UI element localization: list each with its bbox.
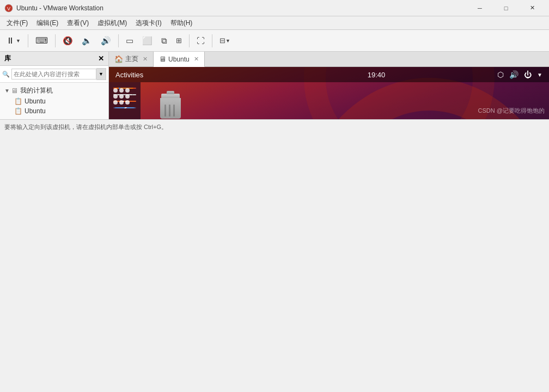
settings-arrow-icon[interactable]: ▼: [537, 72, 542, 78]
tab-ubuntu-label: Ubuntu: [168, 56, 190, 63]
tab-home-close[interactable]: ✕: [143, 56, 148, 63]
tab-ubuntu-close[interactable]: ✕: [194, 56, 199, 63]
vm-icon-1: 📋: [14, 97, 22, 105]
apps-dot: [125, 88, 130, 93]
view-auto-button[interactable]: ⊞: [172, 32, 186, 50]
tree-item-ubuntu-2[interactable]: 📋 Ubuntu: [11, 106, 106, 116]
ubuntu-dock: A ?: [109, 82, 141, 119]
trash-line-3: [173, 105, 175, 117]
vm-tree: ▼ 🖥 我的计算机 📋 Ubuntu 📋 Ubuntu: [0, 83, 108, 119]
apps-dot: [125, 94, 130, 99]
ubuntu-tab-icon: 🖥: [159, 55, 166, 63]
tab-home-label: 主页: [125, 54, 138, 64]
sound-icon[interactable]: 🔊: [509, 70, 518, 79]
trash-lid: [161, 94, 180, 98]
home-icon: 🏠: [114, 55, 123, 63]
menu-tabs[interactable]: 选项卡(I): [131, 17, 166, 29]
ubuntu-topbar: Activities 19:40 ⬡ 🔊 ⏻ ▼: [109, 67, 549, 82]
menu-view[interactable]: 查看(V): [63, 17, 93, 29]
tab-ubuntu[interactable]: 🖥 Ubuntu ✕: [154, 52, 205, 67]
apps-dot: [119, 94, 124, 99]
pause-icon: ⏸: [6, 36, 15, 46]
close-button[interactable]: ✕: [520, 0, 545, 16]
sidebar-header: 库 ✕: [0, 52, 108, 66]
minimize-button[interactable]: ─: [467, 0, 492, 16]
app-icon: V: [4, 4, 13, 13]
apps-dot: [113, 94, 118, 99]
menu-vm[interactable]: 虚拟机(M): [93, 17, 131, 29]
system-tray: ⬡ 🔊 ⏻ ▼: [497, 70, 542, 79]
view-unity-button[interactable]: ⧉: [157, 32, 171, 50]
trash-line-1: [164, 105, 166, 117]
trash-desktop-icon[interactable]: Trash: [158, 91, 183, 119]
sidebar: 库 ✕ 🔍 ▼ ▼ 🖥 我的计算机 📋 Ubuntu: [0, 52, 109, 119]
trash-body: [160, 98, 181, 119]
tree-children: 📋 Ubuntu 📋 Ubuntu: [11, 96, 106, 116]
search-icon: 🔍: [2, 71, 10, 78]
work-area: 库 ✕ 🔍 ▼ ▼ 🖥 我的计算机 📋 Ubuntu: [0, 52, 549, 119]
apps-dot: [113, 100, 118, 105]
toolbar-separator-5: [212, 34, 212, 47]
send-ctrl-alt-del-button[interactable]: ⌨: [32, 32, 52, 50]
apps-grid-button[interactable]: [113, 88, 136, 111]
toolbar-separator-4: [189, 34, 190, 47]
titlebar: V Ubuntu - VMware Workstation ─ □ ✕: [0, 0, 549, 16]
ubuntu-label-2: Ubuntu: [25, 107, 46, 115]
my-computer-label: 我的计算机: [20, 86, 53, 95]
trash-lid-handle: [167, 91, 174, 94]
search-input[interactable]: [11, 69, 96, 79]
apps-dot: [119, 100, 124, 105]
apps-dot: [119, 88, 124, 93]
computer-icon: 🖥: [11, 87, 18, 95]
system-clock: 19:40: [368, 71, 386, 79]
trash-can-image: [160, 94, 181, 119]
svg-text:V: V: [7, 6, 10, 11]
sidebar-title: 库: [4, 54, 11, 63]
menubar: 文件(F) 编辑(E) 查看(V) 虚拟机(M) 选项卡(I) 帮助(H): [0, 16, 549, 30]
view-normal-button[interactable]: ▭: [122, 32, 137, 50]
view-options-button[interactable]: ⊟ ▼: [216, 32, 234, 50]
mic-button[interactable]: 🔈: [78, 32, 96, 50]
tree-item-my-computer[interactable]: ▼ 🖥 我的计算机: [2, 85, 106, 96]
window-title: Ubuntu - VMware Workstation: [16, 4, 467, 12]
network-icon[interactable]: ⬡: [497, 70, 504, 79]
ubuntu-label-1: Ubuntu: [25, 97, 46, 105]
tab-home[interactable]: 🏠 主页 ✕: [109, 52, 154, 66]
sidebar-close-button[interactable]: ✕: [98, 54, 104, 63]
menu-help[interactable]: 帮助(H): [166, 17, 197, 29]
toolbar: ⏸ ▼ ⌨ 🔇 🔈 🔊 ▭ ⬜ ⧉ ⊞ ⛶ ⊟ ▼: [0, 30, 549, 52]
toolbar-dropdown-arrow[interactable]: ▼: [16, 38, 21, 44]
menu-edit[interactable]: 编辑(E): [32, 17, 63, 29]
apps-dot: [125, 100, 130, 105]
trash-lines: [164, 105, 175, 117]
toolbar-separator-3: [118, 34, 119, 47]
power-icon[interactable]: ⏻: [524, 70, 532, 79]
apps-dot: [113, 88, 118, 93]
expand-icon: ▼: [4, 88, 10, 94]
tree-item-ubuntu-1[interactable]: 📋 Ubuntu: [11, 96, 106, 106]
ubuntu-desktop[interactable]: Activities 19:40 ⬡ 🔊 ⏻ ▼: [109, 67, 549, 119]
window-controls: ─ □ ✕: [467, 0, 545, 16]
fit-button[interactable]: ⛶: [193, 32, 209, 50]
sound-button[interactable]: 🔇: [59, 32, 77, 50]
search-dropdown-button[interactable]: ▼: [96, 68, 106, 80]
toolbar-separator-1: [28, 34, 28, 47]
activities-button[interactable]: Activities: [115, 71, 143, 79]
statusbar: 要将输入定向到该虚拟机，请在虚拟机内部单击或按 Ctrl+G。: [0, 119, 549, 134]
speaker-button[interactable]: 🔊: [97, 32, 115, 50]
sidebar-search-bar: 🔍 ▼: [0, 66, 108, 83]
vm-icon-2: 📋: [14, 107, 22, 115]
trash-line-2: [169, 105, 170, 117]
view-full-button[interactable]: ⬜: [138, 32, 156, 50]
menu-file[interactable]: 文件(F): [2, 17, 32, 29]
watermark: CSDN @记要吃得饱饱的: [478, 107, 545, 115]
tree-group-my-computer: ▼ 🖥 我的计算机 📋 Ubuntu 📋 Ubuntu: [2, 85, 106, 116]
toolbar-separator-2: [55, 34, 56, 47]
content-area: 🏠 主页 ✕ 🖥 Ubuntu ✕ Activities 19:40 ⬡ 🔊: [109, 52, 549, 119]
pause-resume-button[interactable]: ⏸ ▼: [2, 32, 25, 50]
tab-bar: 🏠 主页 ✕ 🖥 Ubuntu ✕: [109, 52, 549, 67]
statusbar-text: 要将输入定向到该虚拟机，请在虚拟机内部单击或按 Ctrl+G。: [4, 123, 167, 131]
maximize-button[interactable]: □: [493, 0, 518, 16]
